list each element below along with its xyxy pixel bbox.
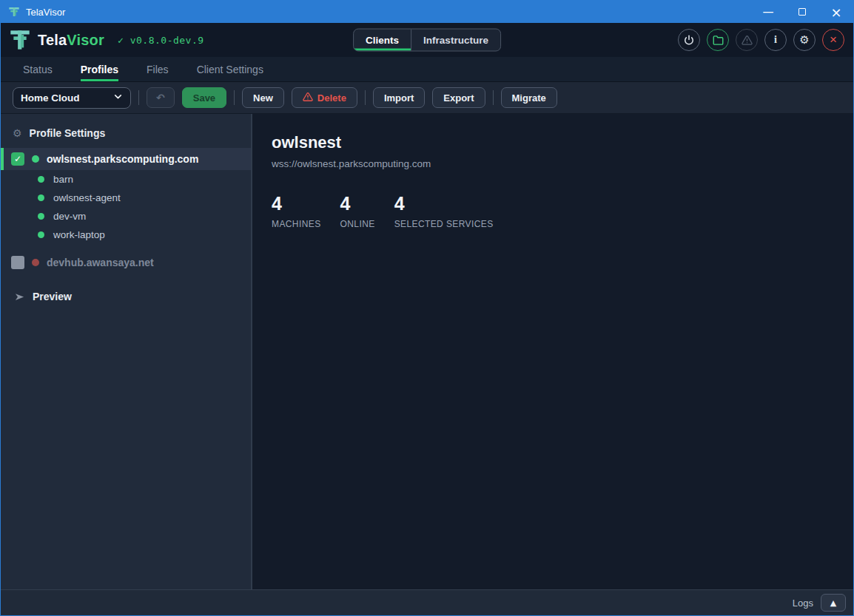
info-icon: i bbox=[774, 34, 777, 46]
machine-item-owlsnest-agent[interactable]: owlsnest-agent bbox=[1, 189, 251, 207]
window-titlebar[interactable]: TelaVisor — × bbox=[1, 1, 853, 23]
profile-select[interactable]: Home Cloud bbox=[13, 87, 131, 109]
warning-icon bbox=[742, 35, 753, 46]
up-triangle-icon: ▲ bbox=[830, 598, 836, 608]
delete-button[interactable]: Delete bbox=[292, 87, 357, 108]
close-icon[interactable]: × bbox=[819, 1, 853, 23]
delete-label: Delete bbox=[317, 92, 346, 104]
header-actions: i ⚙ × bbox=[678, 29, 844, 51]
tab-profiles[interactable]: Profiles bbox=[81, 57, 118, 81]
delete-warning-icon bbox=[303, 92, 313, 104]
toolbar-separator bbox=[138, 90, 139, 105]
mode-switcher: Clients Infrastructure bbox=[353, 29, 501, 52]
tab-client-settings[interactable]: Client Settings bbox=[197, 57, 263, 81]
status-bar: Logs ▲ bbox=[1, 589, 853, 615]
machine-item-work-laptop[interactable]: work-laptop bbox=[1, 226, 251, 244]
status-dot-online bbox=[38, 213, 44, 220]
power-icon bbox=[684, 35, 694, 45]
chevron-down-icon bbox=[113, 92, 123, 104]
status-dot-offline bbox=[32, 259, 39, 266]
server-title: owlsnest bbox=[272, 133, 853, 152]
server-host: owlsnest.parkscomputing.com bbox=[47, 153, 198, 165]
undo-icon: ↶ bbox=[156, 92, 165, 104]
folder-icon bbox=[713, 35, 724, 46]
machine-label: work-laptop bbox=[53, 229, 105, 240]
machine-label: dev-vm bbox=[53, 211, 86, 222]
brand: TelaVisor ✓ v0.8.0-dev.9 bbox=[10, 29, 204, 51]
migrate-button[interactable]: Migrate bbox=[501, 87, 557, 108]
save-button[interactable]: Save bbox=[182, 87, 226, 108]
logs-toggle-button[interactable]: ▲ bbox=[821, 594, 846, 612]
undo-button[interactable]: ↶ bbox=[147, 87, 175, 108]
telavisor-logo-icon bbox=[10, 29, 30, 51]
server-url: wss://owlsnest.parkscomputing.com bbox=[272, 158, 853, 169]
close-x-icon: × bbox=[830, 33, 837, 47]
server-item-devhub[interactable]: devhub.awansaya.net bbox=[1, 251, 251, 274]
body: ⚙ Profile Settings ✓ owlsnest.parkscompu… bbox=[1, 114, 853, 589]
profiles-sidebar: ⚙ Profile Settings ✓ owlsnest.parkscompu… bbox=[1, 114, 251, 589]
stat-value: 4 bbox=[340, 194, 375, 213]
exit-button[interactable]: × bbox=[822, 29, 844, 51]
window-controls: — × bbox=[751, 1, 853, 23]
preview-label: Preview bbox=[33, 291, 72, 302]
stat-online: 4 ONLINE bbox=[340, 194, 375, 229]
profile-settings-item[interactable]: ⚙ Profile Settings bbox=[1, 123, 251, 143]
status-dot-online bbox=[32, 155, 39, 163]
export-button[interactable]: Export bbox=[432, 87, 485, 108]
maximize-box bbox=[798, 8, 806, 16]
new-button[interactable]: New bbox=[242, 87, 284, 108]
preview-toggle[interactable]: Preview bbox=[1, 287, 251, 306]
server-checkbox-checked[interactable]: ✓ bbox=[11, 152, 24, 166]
stat-label: ONLINE bbox=[340, 219, 375, 229]
power-button[interactable] bbox=[678, 29, 700, 51]
tab-status[interactable]: Status bbox=[23, 57, 53, 81]
arrow-right-icon bbox=[14, 291, 25, 302]
profile-settings-label: Profile Settings bbox=[30, 127, 106, 139]
status-dot-online bbox=[38, 194, 44, 201]
gear-icon: ⚙ bbox=[799, 33, 809, 47]
server-stats: 4 MACHINES 4 ONLINE 4 SELECTED SERVICES bbox=[272, 194, 853, 229]
toolbar-separator bbox=[493, 90, 494, 105]
machine-item-barn[interactable]: barn bbox=[1, 170, 251, 189]
app-window: TelaVisor — × TelaVisor ✓ v0.8.0-dev.9 C… bbox=[0, 0, 854, 616]
server-checkbox-unchecked[interactable] bbox=[11, 256, 24, 269]
gear-icon: ⚙ bbox=[13, 127, 22, 139]
settings-button[interactable]: ⚙ bbox=[793, 29, 816, 51]
stat-value: 4 bbox=[272, 194, 321, 213]
toolbar-separator bbox=[234, 90, 235, 105]
logs-label: Logs bbox=[793, 598, 813, 609]
app-icon bbox=[8, 6, 20, 18]
app-header: TelaVisor ✓ v0.8.0-dev.9 Clients Infrast… bbox=[1, 23, 853, 57]
stat-label: SELECTED SERVICES bbox=[394, 219, 494, 229]
info-button[interactable]: i bbox=[764, 29, 787, 51]
tab-files[interactable]: Files bbox=[147, 57, 169, 81]
toolbar-separator bbox=[365, 90, 366, 105]
profile-toolbar: Home Cloud ↶ Save New Delete Import Expo… bbox=[1, 82, 853, 114]
profile-select-value: Home Cloud bbox=[21, 92, 113, 104]
import-button[interactable]: Import bbox=[373, 87, 425, 108]
stat-label: MACHINES bbox=[272, 219, 321, 229]
profile-detail-panel: owlsnest wss://owlsnest.parkscomputing.c… bbox=[252, 114, 853, 589]
nav-tabs: Status Profiles Files Client Settings bbox=[1, 57, 853, 82]
warnings-button[interactable] bbox=[736, 29, 758, 51]
app-title-secondary: Visor bbox=[67, 32, 104, 48]
window-title: TelaVisor bbox=[26, 7, 65, 18]
server-item-owlsnest[interactable]: ✓ owlsnest.parkscomputing.com bbox=[1, 148, 251, 170]
app-title-primary: Tela bbox=[38, 32, 67, 48]
status-dot-online bbox=[38, 231, 44, 238]
version-badge: ✓ v0.8.0-dev.9 bbox=[118, 35, 204, 46]
machine-item-dev-vm[interactable]: dev-vm bbox=[1, 207, 251, 226]
maximize-icon[interactable] bbox=[785, 1, 819, 23]
tab-infrastructure[interactable]: Infrastructure bbox=[411, 30, 500, 51]
app-title: TelaVisor bbox=[38, 32, 104, 49]
stat-value: 4 bbox=[394, 194, 494, 213]
stat-selected-services: 4 SELECTED SERVICES bbox=[394, 194, 494, 229]
stat-machines: 4 MACHINES bbox=[272, 194, 321, 229]
minimize-icon[interactable]: — bbox=[751, 1, 785, 23]
machine-label: owlsnest-agent bbox=[53, 192, 121, 203]
machine-label: barn bbox=[53, 174, 73, 185]
server-host: devhub.awansaya.net bbox=[47, 257, 154, 268]
status-dot-online bbox=[38, 176, 44, 183]
folder-button[interactable] bbox=[707, 29, 729, 51]
tab-clients[interactable]: Clients bbox=[354, 30, 411, 51]
